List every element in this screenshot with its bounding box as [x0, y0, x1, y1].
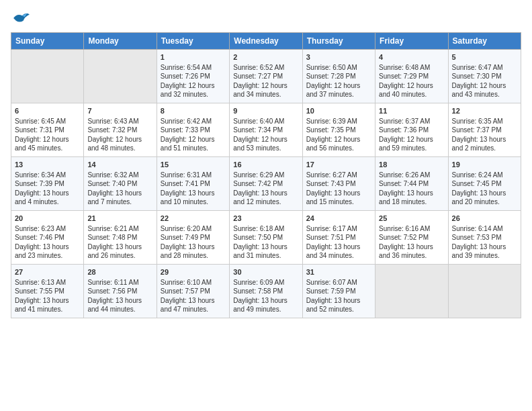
daylight-hours-text: Daylight: 13 hours and 28 minutes. — [161, 243, 215, 260]
daylight-hours-text: Daylight: 13 hours and 34 minutes. — [306, 243, 361, 260]
calendar-cell — [448, 265, 521, 318]
daylight-hours-text: Daylight: 13 hours and 7 minutes. — [87, 189, 142, 206]
day-number: 26 — [452, 214, 517, 224]
day-number: 11 — [379, 106, 444, 116]
sunset-text: Sunset: 7:34 PM — [233, 126, 283, 134]
calendar-cell — [11, 50, 84, 103]
sunrise-text: Sunrise: 6:26 AM — [379, 171, 430, 179]
sunrise-text: Sunrise: 6:24 AM — [452, 171, 503, 179]
calendar-week-row: 20Sunrise: 6:23 AMSunset: 7:46 PMDayligh… — [11, 211, 521, 265]
sunset-text: Sunset: 7:28 PM — [306, 73, 356, 80]
day-number: 18 — [379, 160, 444, 170]
day-number: 29 — [161, 267, 226, 277]
header-cell: Sunday — [11, 33, 84, 50]
sunrise-text: Sunrise: 6:29 AM — [233, 171, 284, 179]
sunset-text: Sunset: 7:31 PM — [15, 126, 64, 134]
day-number: 25 — [379, 214, 444, 224]
calendar-cell: 22Sunrise: 6:20 AMSunset: 7:49 PMDayligh… — [157, 211, 229, 265]
sunset-text: Sunset: 7:57 PM — [161, 287, 210, 295]
sunset-text: Sunset: 7:58 PM — [233, 287, 283, 295]
calendar-cell: 10Sunrise: 6:39 AMSunset: 7:35 PMDayligh… — [302, 103, 375, 157]
sunset-text: Sunset: 7:49 PM — [161, 234, 210, 241]
sunrise-text: Sunrise: 6:11 AM — [87, 279, 138, 286]
daylight-hours-text: Daylight: 13 hours and 49 minutes. — [233, 297, 287, 314]
day-number: 22 — [161, 214, 226, 224]
day-number: 24 — [306, 214, 371, 224]
sunset-text: Sunset: 7:41 PM — [161, 180, 210, 187]
day-number: 12 — [452, 106, 517, 116]
calendar-cell: 21Sunrise: 6:21 AMSunset: 7:48 PMDayligh… — [84, 211, 157, 265]
calendar-cell: 4Sunrise: 6:48 AMSunset: 7:29 PMDaylight… — [375, 50, 448, 103]
daylight-hours-text: Daylight: 13 hours and 23 minutes. — [15, 243, 69, 260]
daylight-hours-text: Daylight: 12 hours and 34 minutes. — [233, 82, 287, 99]
sunrise-text: Sunrise: 6:23 AM — [15, 225, 66, 232]
day-number: 30 — [233, 267, 298, 277]
calendar-cell: 2Sunrise: 6:52 AMSunset: 7:27 PMDaylight… — [230, 50, 302, 103]
day-number: 2 — [233, 52, 298, 62]
calendar-cell: 16Sunrise: 6:29 AMSunset: 7:42 PMDayligh… — [230, 157, 302, 211]
day-number: 27 — [15, 267, 80, 277]
sunrise-text: Sunrise: 6:13 AM — [15, 279, 66, 286]
calendar-header: SundayMondayTuesdayWednesdayThursdayFrid… — [11, 33, 521, 50]
sunset-text: Sunset: 7:26 PM — [161, 73, 210, 80]
sunrise-text: Sunrise: 6:32 AM — [87, 171, 138, 179]
day-number: 10 — [306, 106, 371, 116]
calendar-cell: 13Sunrise: 6:34 AMSunset: 7:39 PMDayligh… — [11, 157, 84, 211]
daylight-hours-text: Daylight: 12 hours and 56 minutes. — [306, 136, 361, 152]
sunset-text: Sunset: 7:39 PM — [15, 180, 64, 187]
logo — [11, 11, 31, 26]
day-number: 5 — [452, 52, 517, 62]
daylight-hours-text: Daylight: 13 hours and 47 minutes. — [161, 297, 215, 314]
daylight-hours-text: Daylight: 13 hours and 15 minutes. — [306, 189, 361, 206]
sunrise-text: Sunrise: 6:27 AM — [306, 171, 357, 179]
day-number: 8 — [161, 106, 226, 116]
sunrise-text: Sunrise: 6:35 AM — [452, 118, 503, 125]
calendar-body: 1Sunrise: 6:54 AMSunset: 7:26 PMDaylight… — [11, 50, 521, 318]
sunset-text: Sunset: 7:27 PM — [233, 73, 283, 80]
calendar-week-row: 13Sunrise: 6:34 AMSunset: 7:39 PMDayligh… — [11, 157, 521, 211]
sunrise-text: Sunrise: 6:21 AM — [87, 225, 138, 232]
day-number: 19 — [452, 160, 517, 170]
sunset-text: Sunset: 7:29 PM — [379, 73, 429, 80]
day-number: 14 — [87, 160, 152, 170]
calendar-cell — [84, 50, 157, 103]
day-number: 31 — [306, 267, 371, 277]
sunrise-text: Sunrise: 6:07 AM — [306, 279, 357, 286]
header-cell: Monday — [84, 33, 157, 50]
daylight-hours-text: Daylight: 12 hours and 48 minutes. — [87, 136, 142, 152]
daylight-hours-text: Daylight: 13 hours and 44 minutes. — [87, 297, 142, 314]
day-number: 9 — [233, 106, 298, 116]
sunrise-text: Sunrise: 6:34 AM — [15, 171, 66, 179]
sunrise-text: Sunrise: 6:45 AM — [15, 118, 66, 125]
daylight-hours-text: Daylight: 12 hours and 43 minutes. — [452, 82, 506, 99]
sunrise-text: Sunrise: 6:54 AM — [161, 64, 212, 71]
calendar-cell: 5Sunrise: 6:47 AMSunset: 7:30 PMDaylight… — [448, 50, 521, 103]
sunrise-text: Sunrise: 6:52 AM — [233, 64, 284, 71]
daylight-hours-text: Daylight: 13 hours and 41 minutes. — [15, 297, 69, 314]
calendar-cell: 29Sunrise: 6:10 AMSunset: 7:57 PMDayligh… — [157, 265, 229, 318]
sunset-text: Sunset: 7:32 PM — [87, 126, 137, 134]
sunrise-text: Sunrise: 6:43 AM — [87, 118, 138, 125]
sunset-text: Sunset: 7:40 PM — [87, 180, 137, 187]
daylight-hours-text: Daylight: 13 hours and 4 minutes. — [15, 189, 69, 206]
sunrise-text: Sunrise: 6:16 AM — [379, 225, 430, 232]
sunrise-text: Sunrise: 6:18 AM — [233, 225, 284, 232]
calendar-cell: 26Sunrise: 6:14 AMSunset: 7:53 PMDayligh… — [448, 211, 521, 265]
calendar-cell: 8Sunrise: 6:42 AMSunset: 7:33 PMDaylight… — [157, 103, 229, 157]
calendar-week-row: 1Sunrise: 6:54 AMSunset: 7:26 PMDaylight… — [11, 50, 521, 103]
calendar-cell: 27Sunrise: 6:13 AMSunset: 7:55 PMDayligh… — [11, 265, 84, 318]
daylight-hours-text: Daylight: 12 hours and 51 minutes. — [161, 136, 215, 152]
calendar-cell: 3Sunrise: 6:50 AMSunset: 7:28 PMDaylight… — [302, 50, 375, 103]
day-number: 28 — [87, 267, 152, 277]
day-number: 3 — [306, 52, 371, 62]
calendar-cell: 30Sunrise: 6:09 AMSunset: 7:58 PMDayligh… — [230, 265, 302, 318]
day-number: 21 — [87, 214, 152, 224]
sunset-text: Sunset: 7:30 PM — [452, 73, 502, 80]
sunset-text: Sunset: 7:42 PM — [233, 180, 283, 187]
daylight-hours-text: Daylight: 12 hours and 53 minutes. — [233, 136, 287, 152]
sunset-text: Sunset: 7:46 PM — [15, 234, 64, 241]
sunrise-text: Sunrise: 6:17 AM — [306, 225, 357, 232]
day-number: 4 — [379, 52, 444, 62]
daylight-hours-text: Daylight: 13 hours and 26 minutes. — [87, 243, 142, 260]
sunrise-text: Sunrise: 6:50 AM — [306, 64, 357, 71]
